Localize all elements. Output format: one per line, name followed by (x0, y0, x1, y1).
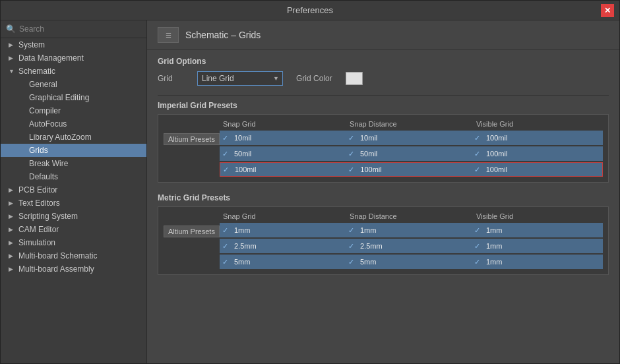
sidebar-label-cam-editor: CAM Editor (18, 225, 59, 234)
sidebar-item-cam-editor[interactable]: ▶CAM Editor (1, 223, 146, 236)
snap-distance-value: 10mil (360, 134, 377, 142)
main-content: 🔍 ▶System▶Data Management▼SchematicGener… (1, 20, 619, 363)
grid-select[interactable]: Line Grid Dot Grid (197, 71, 283, 86)
metric-altium-presets-button[interactable]: Altium Presets (164, 226, 220, 237)
imperial-presets-section: Imperial Grid Presets Snap Grid Snap Dis… (147, 96, 619, 188)
check-icon: ✓ (222, 242, 232, 251)
metric-col-headers: Snap Grid Snap Distance Visible Grid (164, 210, 603, 223)
sidebar-label-scripting-system: Scripting System (18, 212, 78, 221)
sidebar-item-autofocus[interactable]: AutoFocus (1, 117, 146, 131)
sidebar-item-pcb-editor[interactable]: ▶PCB Editor (1, 183, 146, 197)
snap-distance-cell: ✓1mm (348, 226, 474, 235)
visible-grid-cell: ✓100mil (474, 150, 600, 158)
arrow-icon-multiboard-assembly: ▶ (9, 266, 16, 272)
visible-grid-value: 100mil (486, 150, 507, 158)
arrow-icon-scripting-system: ▶ (9, 213, 16, 220)
arrow-icon-simulation: ▶ (9, 239, 16, 246)
sidebar-item-graphical-editing[interactable]: Graphical Editing (1, 91, 146, 104)
grid-options-title: Grid Options (158, 57, 609, 66)
check-icon: ✓ (222, 226, 232, 235)
arrow-icon-multiboard-schematic: ▶ (9, 253, 16, 259)
check-icon: ✓ (222, 150, 232, 158)
check-icon: ✓ (348, 226, 357, 235)
sidebar-label-schematic: Schematic (18, 67, 55, 76)
snap-distance-value: 100mil (360, 166, 381, 173)
sidebar-item-text-editors[interactable]: ▶Text Editors (1, 197, 146, 210)
snap-grid-value: 50mil (234, 150, 251, 158)
sidebar-item-compiler[interactable]: Compiler (1, 104, 146, 117)
sidebar-item-grids[interactable]: Grids (1, 144, 146, 157)
grid-options-row: Grid Line Grid Dot Grid ▼ Grid Color (158, 71, 609, 86)
sidebar-label-graphical-editing: Graphical Editing (29, 93, 89, 102)
imperial-presets-rows-wrap: Altium Presets ✓10mil✓10mil✓100mil✓50mil… (164, 131, 603, 177)
check-icon: ✓ (348, 150, 357, 158)
grid-label: Grid (158, 74, 184, 83)
sidebar-label-multiboard-schematic: Multi-board Schematic (18, 251, 97, 260)
arrow-icon-data-management: ▶ (9, 55, 16, 61)
snap-grid-value: 2.5mm (234, 242, 257, 250)
imperial-col-headers: Snap Grid Snap Distance Visible Grid (164, 117, 603, 131)
visible-grid-value: 1mm (486, 242, 502, 250)
check-icon: ✓ (222, 258, 232, 266)
table-row[interactable]: ✓50mil✓50mil✓100mil (220, 146, 603, 161)
sidebar-item-library-autozoom[interactable]: Library AutoZoom (1, 131, 146, 144)
sidebar-item-simulation[interactable]: ▶Simulation (1, 236, 146, 249)
metric-presets-label: Altium Presets (164, 223, 220, 269)
sidebar-item-break-wire[interactable]: Break Wire (1, 157, 146, 170)
arrow-icon-pcb-editor: ▶ (9, 187, 16, 193)
snap-distance-value: 1mm (360, 226, 376, 234)
imperial-col-snap-distance: Snap Distance (350, 120, 476, 128)
sidebar-item-general[interactable]: General (1, 78, 146, 91)
sidebar-item-schematic[interactable]: ▼Schematic (1, 65, 146, 78)
sidebar-item-multiboard-assembly[interactable]: ▶Multi-board Assembly (1, 262, 146, 276)
window-title: Preferences (19, 5, 601, 15)
visible-grid-value: 1mm (486, 226, 502, 234)
metric-rows: ✓1mm✓1mm✓1mm✓2.5mm✓2.5mm✓1mm✓5mm✓5mm✓1mm (220, 223, 603, 269)
imperial-altium-presets-button[interactable]: Altium Presets (164, 133, 220, 145)
snap-distance-value: 2.5mm (360, 242, 383, 250)
sidebar-item-scripting-system[interactable]: ▶Scripting System (1, 210, 146, 223)
check-icon: ✓ (223, 166, 232, 174)
visible-grid-cell: ✓1mm (474, 226, 600, 235)
snap-grid-cell: ✓1mm (222, 226, 348, 235)
sidebar-item-system[interactable]: ▶System (1, 38, 146, 51)
panel-icon: ☰ (158, 27, 179, 43)
table-row[interactable]: ✓100mil✓100mil✓100mil (220, 162, 603, 177)
imperial-col-visible-grid: Visible Grid (476, 120, 603, 128)
sidebar-item-data-management[interactable]: ▶Data Management (1, 51, 146, 65)
search-input[interactable] (19, 24, 141, 34)
imperial-presets-table: Snap Grid Snap Distance Visible Grid Alt… (158, 114, 609, 183)
color-label: Grid Color (296, 74, 332, 83)
metric-col-snap-grid: Snap Grid (223, 212, 350, 220)
check-icon: ✓ (474, 258, 483, 266)
table-row[interactable]: ✓1mm✓1mm✓1mm (220, 223, 603, 237)
sidebar-label-data-management: Data Management (18, 53, 84, 63)
snap-grid-cell: ✓100mil (223, 166, 348, 174)
sidebar-label-library-autozoom: Library AutoZoom (29, 133, 92, 142)
table-row[interactable]: ✓10mil✓10mil✓100mil (220, 131, 603, 145)
snap-distance-cell: ✓100mil (348, 166, 474, 174)
panel-icon-symbol: ☰ (166, 32, 171, 39)
snap-distance-value: 50mil (360, 150, 377, 158)
sidebar: 🔍 ▶System▶Data Management▼SchematicGener… (1, 20, 147, 363)
sidebar-item-multiboard-schematic[interactable]: ▶Multi-board Schematic (1, 249, 146, 262)
table-row[interactable]: ✓5mm✓5mm✓1mm (220, 255, 603, 269)
color-swatch[interactable] (346, 72, 363, 85)
sidebar-label-defaults: Defaults (29, 172, 58, 181)
snap-distance-cell: ✓5mm (348, 258, 474, 266)
check-icon: ✓ (474, 134, 483, 142)
table-row[interactable]: ✓2.5mm✓2.5mm✓1mm (220, 239, 603, 253)
sidebar-label-text-editors: Text Editors (18, 198, 60, 208)
metric-presets-table: Snap Grid Snap Distance Visible Grid Alt… (158, 206, 609, 275)
snap-grid-cell: ✓5mm (222, 258, 348, 266)
visible-grid-cell: ✓100mil (474, 166, 600, 174)
metric-presets-title: Metric Grid Presets (158, 193, 609, 202)
imperial-presets-label: Altium Presets (164, 131, 220, 177)
close-button[interactable]: ✕ (601, 4, 614, 17)
sidebar-item-defaults[interactable]: Defaults (1, 170, 146, 183)
arrow-icon-text-editors: ▶ (9, 200, 16, 206)
snap-distance-cell: ✓50mil (348, 150, 474, 158)
search-box: 🔍 (1, 20, 146, 38)
metric-col-snap-distance: Snap Distance (350, 212, 476, 220)
check-icon: ✓ (348, 258, 357, 266)
